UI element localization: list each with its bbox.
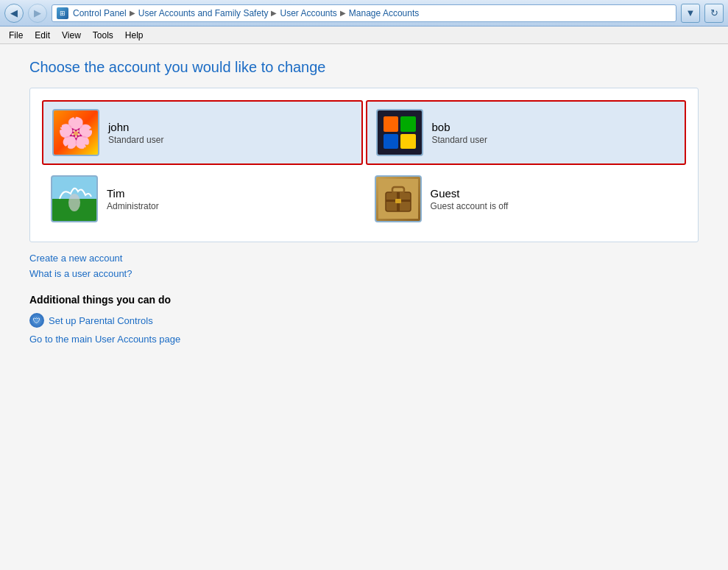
main-content: Choose the account you would like to cha… xyxy=(0,44,728,570)
breadcrumb-control-panel[interactable]: Control Panel xyxy=(73,8,127,18)
additional-title: Additional things you can do xyxy=(29,294,699,306)
create-new-account-link[interactable]: Create a new account xyxy=(29,253,699,264)
account-type-bob: Standard user xyxy=(432,135,676,145)
page-title: Choose the account you would like to cha… xyxy=(29,59,699,76)
avatar-bob xyxy=(376,109,423,156)
link-section: Create a new account What is a user acco… xyxy=(29,253,699,279)
account-bob[interactable]: bob Standard user xyxy=(366,100,687,165)
menu-bar: File Edit View Tools Help xyxy=(0,27,728,44)
main-user-accounts-link[interactable]: Go to the main User Accounts page xyxy=(29,334,699,345)
address-bar: ◀ ▶ ⊞ Control Panel ▶ User Accounts and … xyxy=(0,0,728,27)
breadcrumb: ⊞ Control Panel ▶ User Accounts and Fami… xyxy=(52,4,676,22)
control-panel-icon: ⊞ xyxy=(57,7,68,19)
shield-icon: 🛡 xyxy=(29,313,44,328)
account-name-bob: bob xyxy=(432,121,676,133)
accounts-container: john Standard user bob Standard user xyxy=(29,88,699,242)
svg-point-2 xyxy=(68,194,80,211)
breadcrumb-user-accounts[interactable]: User Accounts xyxy=(280,8,336,18)
breadcrumb-manage-accounts[interactable]: Manage Accounts xyxy=(349,8,419,18)
parental-controls-item: 🛡 Set up Parental Controls xyxy=(29,313,699,328)
additional-section: Additional things you can do 🛡 Set up Pa… xyxy=(29,294,699,345)
forward-button[interactable]: ▶ xyxy=(28,4,47,23)
avatar-tim xyxy=(51,175,98,222)
menu-tools[interactable]: Tools xyxy=(87,29,119,42)
account-guest[interactable]: Guest Guest account is off xyxy=(366,168,687,230)
account-name-guest: Guest xyxy=(431,187,678,200)
account-type-john: Standard user xyxy=(108,135,353,145)
avatar-john xyxy=(52,109,99,156)
menu-file[interactable]: File xyxy=(3,29,29,42)
accounts-grid: john Standard user bob Standard user xyxy=(42,100,686,230)
account-type-guest: Guest account is off xyxy=(431,201,678,211)
menu-edit[interactable]: Edit xyxy=(29,29,56,42)
breadcrumb-family-safety[interactable]: User Accounts and Family Safety xyxy=(138,8,269,18)
account-name-tim: Tim xyxy=(107,187,354,200)
parental-controls-link[interactable]: Set up Parental Controls xyxy=(49,315,153,326)
account-john[interactable]: john Standard user xyxy=(42,100,363,165)
account-tim[interactable]: Tim Administrator xyxy=(42,168,363,230)
account-name-john: john xyxy=(108,121,353,133)
back-button[interactable]: ◀ xyxy=(4,4,24,23)
what-is-user-account-link[interactable]: What is a user account? xyxy=(29,268,699,279)
avatar-guest xyxy=(375,175,422,222)
menu-view[interactable]: View xyxy=(56,29,87,42)
refresh-button[interactable]: ↻ xyxy=(704,4,724,23)
menu-help[interactable]: Help xyxy=(119,29,149,42)
dropdown-button[interactable]: ▼ xyxy=(681,4,700,23)
account-type-tim: Administrator xyxy=(107,201,354,211)
svg-rect-8 xyxy=(395,199,401,203)
